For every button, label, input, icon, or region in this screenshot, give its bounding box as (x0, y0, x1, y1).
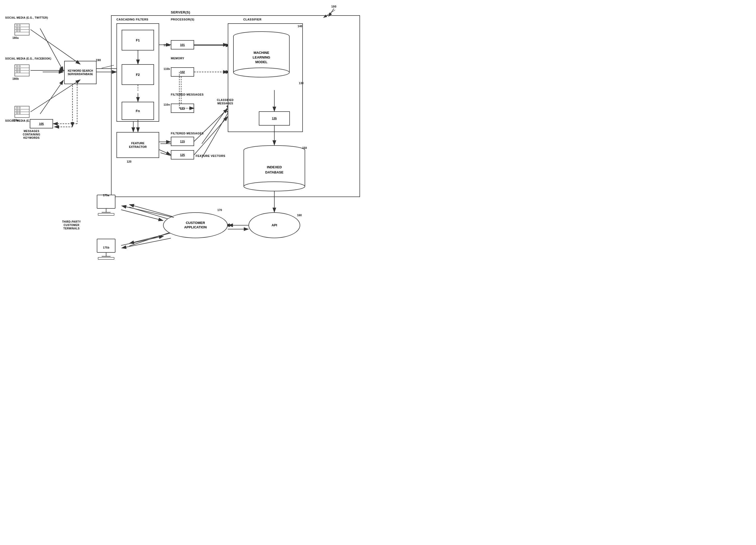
svg-line-20 (202, 109, 230, 158)
feature-extractor-box: FEATUREEXTRACTOR (116, 132, 159, 158)
fn-box: Fn (122, 102, 154, 120)
svg-rect-38 (16, 27, 18, 29)
svg-text:DATABASE: DATABASE (265, 170, 284, 174)
svg-rect-47 (19, 65, 20, 67)
svg-rect-37 (19, 25, 20, 26)
classifier-label: CLASSIFIER (243, 18, 261, 21)
f1-box: F1 (122, 30, 154, 50)
machine-learning-cylinder: MACHINE LEARNING MODEL (233, 31, 290, 83)
feature-vectors-label: FEATURE VECTORS (196, 154, 225, 158)
ref-110a: 110a (164, 43, 170, 47)
svg-text:MODEL: MODEL (255, 60, 268, 64)
svg-rect-46 (16, 65, 18, 67)
svg-rect-36 (16, 25, 18, 26)
social-media-a-label: SOCIAL MEDIA (E.G., TWITTER) (5, 16, 48, 19)
svg-rect-84 (98, 257, 114, 259)
classified-messages-label: CLASSIFIEDMESSAGES (217, 98, 233, 105)
ref-115-top-text: 115 (180, 106, 185, 110)
svg-point-66 (233, 68, 289, 77)
svg-point-74 (244, 182, 305, 191)
filtered-messages-top-label: FILTERED MESSAGES (171, 93, 204, 96)
ref-110n: 110n (164, 103, 170, 106)
svg-rect-49 (19, 68, 20, 70)
messages-105-box: 105 (30, 119, 53, 128)
svg-rect-50 (16, 71, 18, 72)
filtered-115-bottom-box: 115 (171, 137, 194, 146)
customer-application-ellipse: CUSTOMERAPPLICATION (163, 212, 228, 238)
svg-rect-58 (16, 110, 18, 111)
svg-line-19 (202, 103, 230, 144)
ref-180a: 180a (12, 36, 19, 40)
svg-rect-60 (16, 112, 18, 114)
ref-130: 130 (299, 82, 304, 85)
ref-125-text: 125 (180, 153, 185, 157)
ref-105-text: 105 (39, 122, 44, 125)
api-ellipse: API (248, 212, 300, 238)
ref-102-text: 102 (180, 70, 185, 74)
ref-115-bottom-text: 115 (180, 139, 185, 143)
ref-170: 170 (217, 208, 222, 212)
diagram-container: 100 SERVER(S) SOCIAL MEDIA (E.G., TWITTE… (0, 0, 378, 272)
svg-text:INDEXED: INDEXED (267, 165, 282, 169)
svg-line-88 (31, 80, 80, 112)
svg-rect-57 (19, 107, 20, 108)
ref-180b: 180b (12, 77, 19, 80)
svg-line-114 (121, 236, 164, 245)
messages-keywords-label: MESSAGESCONTAININGKEYWORDS (23, 129, 40, 139)
svg-rect-61 (19, 112, 20, 114)
ref-160: 160 (297, 213, 302, 217)
svg-rect-48 (16, 68, 18, 70)
svg-line-90 (102, 65, 114, 68)
f2-box: F2 (122, 64, 154, 85)
svg-line-102 (194, 109, 228, 141)
svg-rect-40 (16, 30, 18, 32)
server-icon-180a (14, 23, 30, 36)
ref-140: 140 (298, 25, 302, 28)
ref-120: 120 (127, 160, 131, 163)
processors-label: PROCESSOR(S) (171, 18, 194, 21)
svg-rect-39 (19, 27, 20, 29)
svg-rect-41 (19, 30, 20, 32)
social-media-b-label: SOCIAL MEDIA (E.G., FACEBOOK) (5, 57, 51, 60)
third-party-label: THIRD-PARTYCUSTOMERTERMINALS (62, 220, 81, 230)
svg-line-101 (159, 150, 171, 155)
ref-101-text: 101 (180, 43, 185, 47)
svg-rect-59 (19, 110, 20, 111)
svg-rect-80 (98, 213, 114, 215)
filtered-115-top-box: 115 (171, 103, 194, 113)
svg-line-5 (40, 80, 63, 114)
svg-rect-56 (16, 107, 18, 108)
processor-101-box: 101 (171, 40, 194, 49)
classified-135-box: 135 (259, 111, 290, 125)
servers-label: SERVER(S) (171, 10, 190, 15)
server-icon-180b (14, 64, 30, 77)
svg-line-112 (121, 210, 163, 220)
ref-175a: 175a (103, 194, 109, 197)
svg-text:MACHINE: MACHINE (254, 51, 269, 55)
cascading-filters-label: CASCADING FILTERS (116, 18, 148, 21)
svg-line-25 (129, 204, 176, 217)
svg-line-111 (122, 206, 174, 217)
ref-135-text: 135 (272, 116, 277, 120)
svg-line-26 (129, 232, 176, 243)
feature-vectors-125-box: 125 (171, 150, 194, 159)
svg-rect-51 (19, 71, 20, 72)
svg-text:LEARNING: LEARNING (253, 55, 270, 59)
server-icon-180c (14, 106, 30, 118)
memory-102-box: 102 (171, 67, 194, 77)
filtered-messages-bottom-label: FILTERED MESSAGES (171, 131, 204, 135)
keyword-search-box: KEYWORD SEARCHSERVER/DATABASE (64, 61, 97, 84)
svg-line-103 (194, 116, 228, 155)
svg-rect-81 (97, 239, 115, 252)
ref-110b: 110b (164, 67, 170, 71)
memory-label: MEMORY (171, 56, 184, 60)
ref-175b: 175b (103, 246, 109, 249)
ref-100-arrow (326, 7, 342, 18)
indexed-database-cylinder: INDEXED DATABASE (243, 145, 305, 197)
svg-line-113 (122, 238, 171, 248)
ref-150: 150 (302, 146, 307, 150)
svg-line-3 (40, 28, 63, 71)
svg-line-30 (329, 9, 334, 16)
